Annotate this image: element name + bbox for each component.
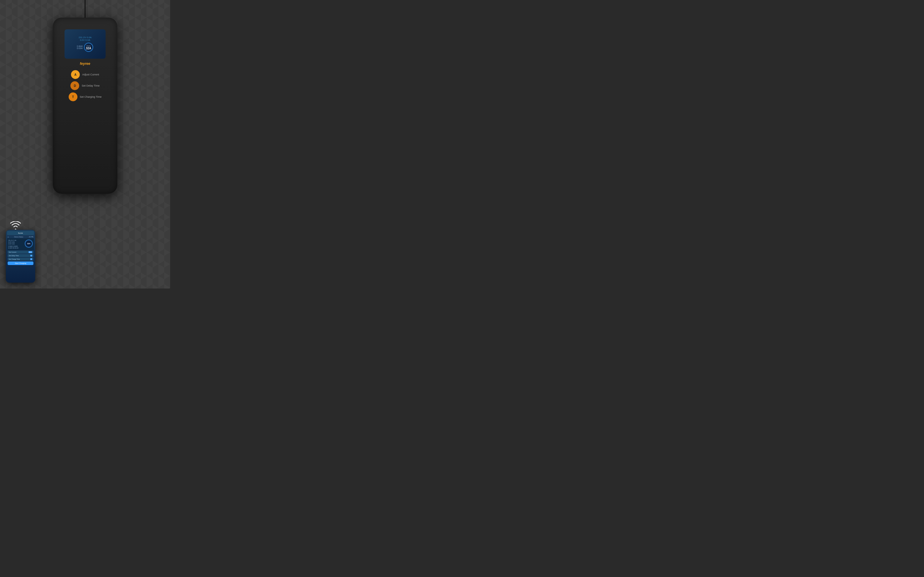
btn-t-circle[interactable]: T (69, 92, 77, 101)
device-screen-content: 231.2V 0.0A 0.0V 0.0A 0.0kW D:00H Ready … (77, 36, 93, 52)
device-btn-set-delay: D Set Delay Time (71, 81, 100, 90)
device-btn-set-time: T Set Charging Time (69, 92, 102, 101)
phone-menu-badge-current: 32A (29, 251, 32, 253)
phone-device: feyree ● Device Status 29.5℃ 231.2V 2.4A… (6, 230, 35, 283)
device-btn-adjust-current: A Adjust Current (71, 70, 99, 79)
device-cable (85, 0, 86, 19)
phone-temp: 29.5℃ (29, 236, 34, 238)
left-panel: 231.2V 0.0A 0.0V 0.0A 0.0kW D:00H Ready … (0, 0, 170, 288)
phone-gauge-circle: 32A (25, 240, 33, 248)
phone-menu-badge-time: 0 (30, 258, 32, 260)
phone-screen: feyree ● Device Status 29.5℃ 231.2V 2.4A… (6, 230, 35, 283)
phone-menu-set-current[interactable]: Set Current 32A (8, 251, 34, 253)
phone-menu-label-time: Set Charge Time (9, 258, 20, 260)
btn-t-label: Set Charging Time (80, 95, 102, 98)
btn-a-label: Adjust Current (82, 73, 99, 76)
phone-readings: 231.2V 2.4A 0.0V 0.0A 0.0V 0.0A 0.0kW 0.… (8, 240, 24, 249)
device-brand-logo: feyree (80, 62, 90, 66)
phone-menu-badge-delay: 1 (30, 255, 32, 256)
device-display: 231.2V 0.0A 0.0V 0.0A 0.0kW D:00H Ready … (64, 29, 106, 59)
ev-charger-device: 231.2V 0.0A 0.0V 0.0A 0.0kW D:00H Ready … (53, 18, 117, 194)
phone-start-charging-button[interactable]: Start Charging (8, 261, 34, 265)
phone-gauge-area: 231.2V 2.4A 0.0V 0.0A 0.0V 0.0A 0.0kW 0.… (7, 238, 34, 250)
mobile-phone: feyree ● Device Status 29.5℃ 231.2V 2.4A… (6, 230, 35, 283)
phone-menu-set-delay[interactable]: Set Delay Time 1 (8, 254, 34, 257)
btn-d-circle[interactable]: D (71, 81, 79, 90)
phone-menu-set-charge-time[interactable]: Set Charge Time 0 (8, 258, 34, 261)
phone-status-text: Device Status (14, 236, 23, 238)
phone-menu-label-current: Set Current (9, 251, 16, 253)
phone-status-label: ● (8, 236, 8, 238)
phone-status-row: ● Device Status 29.5℃ (7, 236, 34, 238)
device-button-group: A Adjust Current D Set Delay Time T Set … (69, 70, 102, 101)
phone-menu-label-delay: Set Delay Time (9, 255, 19, 256)
btn-a-circle[interactable]: A (71, 70, 80, 79)
phone-app-bar: feyree (7, 231, 34, 235)
btn-d-label: Set Delay Time (82, 84, 100, 87)
